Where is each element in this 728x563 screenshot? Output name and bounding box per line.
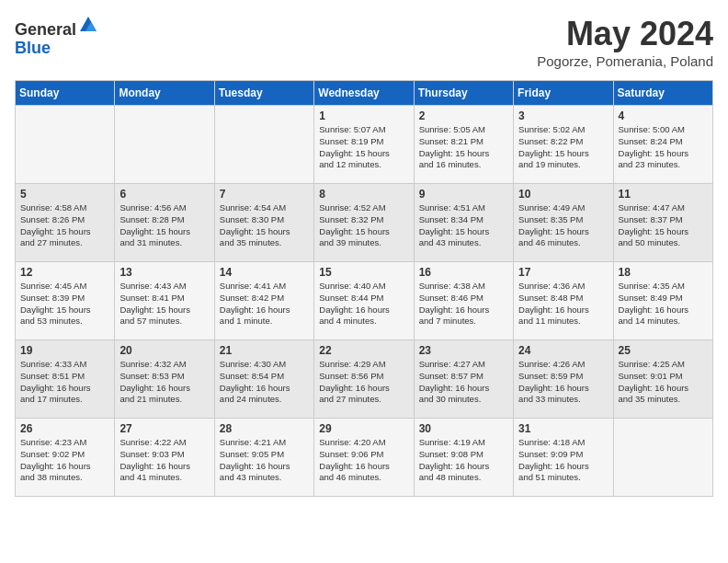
day-number: 12 [20, 266, 109, 279]
day-number: 30 [419, 422, 508, 435]
day-number: 8 [319, 188, 408, 201]
day-info: Sunrise: 4:18 AM Sunset: 9:09 PM Dayligh… [518, 437, 608, 484]
day-number: 2 [419, 109, 508, 122]
day-info: Sunrise: 4:19 AM Sunset: 9:08 PM Dayligh… [419, 437, 508, 484]
logo-general: General [15, 20, 76, 39]
day-number: 21 [220, 344, 309, 357]
weekday-header-saturday: Saturday [613, 81, 712, 106]
calendar-cell: 31Sunrise: 4:18 AM Sunset: 9:09 PM Dayli… [514, 419, 613, 497]
day-number: 11 [619, 188, 708, 201]
calendar-cell: 21Sunrise: 4:30 AM Sunset: 8:54 PM Dayli… [214, 340, 313, 419]
day-number: 15 [319, 266, 408, 279]
day-number: 6 [119, 188, 209, 201]
day-info: Sunrise: 4:29 AM Sunset: 8:56 PM Dayligh… [319, 359, 408, 406]
day-info: Sunrise: 4:36 AM Sunset: 8:48 PM Dayligh… [518, 281, 608, 327]
calendar-table: SundayMondayTuesdayWednesdayThursdayFrid… [15, 80, 713, 497]
day-info: Sunrise: 4:23 AM Sunset: 9:02 PM Dayligh… [20, 437, 109, 484]
logo-blue: Blue [15, 39, 51, 57]
week-row-1: 1Sunrise: 5:07 AM Sunset: 8:19 PM Daylig… [16, 106, 713, 184]
weekday-header-wednesday: Wednesday [314, 81, 414, 106]
day-info: Sunrise: 4:33 AM Sunset: 8:51 PM Dayligh… [20, 359, 109, 406]
day-info: Sunrise: 4:49 AM Sunset: 8:35 PM Dayligh… [518, 202, 608, 249]
day-number: 5 [20, 188, 109, 201]
day-info: Sunrise: 4:40 AM Sunset: 8:44 PM Dayligh… [319, 281, 408, 327]
day-number: 16 [419, 266, 508, 279]
week-row-4: 19Sunrise: 4:33 AM Sunset: 8:51 PM Dayli… [16, 340, 713, 419]
day-info: Sunrise: 4:56 AM Sunset: 8:28 PM Dayligh… [119, 202, 209, 249]
weekday-header-tuesday: Tuesday [214, 81, 313, 106]
calendar-cell: 15Sunrise: 4:40 AM Sunset: 8:44 PM Dayli… [314, 262, 414, 340]
calendar-cell: 6Sunrise: 4:56 AM Sunset: 8:28 PM Daylig… [115, 184, 214, 262]
calendar-cell: 13Sunrise: 4:43 AM Sunset: 8:41 PM Dayli… [115, 262, 214, 340]
day-info: Sunrise: 5:05 AM Sunset: 8:21 PM Dayligh… [419, 124, 508, 171]
day-info: Sunrise: 4:52 AM Sunset: 8:32 PM Dayligh… [319, 202, 408, 249]
day-number: 27 [119, 422, 209, 435]
logo: General Blue [15, 15, 98, 58]
calendar-cell: 20Sunrise: 4:32 AM Sunset: 8:53 PM Dayli… [115, 340, 214, 419]
day-number: 1 [319, 109, 408, 122]
day-info: Sunrise: 4:41 AM Sunset: 8:42 PM Dayligh… [220, 281, 309, 327]
day-number: 13 [119, 266, 209, 279]
calendar-cell: 5Sunrise: 4:58 AM Sunset: 8:26 PM Daylig… [16, 184, 115, 262]
day-info: Sunrise: 4:26 AM Sunset: 8:59 PM Dayligh… [518, 359, 608, 406]
week-row-5: 26Sunrise: 4:23 AM Sunset: 9:02 PM Dayli… [16, 419, 713, 497]
day-number: 29 [319, 422, 408, 435]
day-info: Sunrise: 4:45 AM Sunset: 8:39 PM Dayligh… [20, 281, 109, 327]
weekday-header-thursday: Thursday [414, 81, 513, 106]
calendar-cell: 24Sunrise: 4:26 AM Sunset: 8:59 PM Dayli… [514, 340, 613, 419]
day-number: 26 [20, 422, 109, 435]
month-title: May 2024 [537, 15, 713, 53]
logo-icon [78, 15, 98, 35]
calendar-cell: 18Sunrise: 4:35 AM Sunset: 8:49 PM Dayli… [613, 262, 712, 340]
location: Pogorze, Pomerania, Poland [537, 53, 713, 69]
day-number: 4 [619, 109, 708, 122]
calendar-cell: 2Sunrise: 5:05 AM Sunset: 8:21 PM Daylig… [414, 106, 513, 184]
calendar-cell: 12Sunrise: 4:45 AM Sunset: 8:39 PM Dayli… [16, 262, 115, 340]
calendar-cell: 14Sunrise: 4:41 AM Sunset: 8:42 PM Dayli… [214, 262, 313, 340]
day-info: Sunrise: 4:58 AM Sunset: 8:26 PM Dayligh… [20, 202, 109, 249]
calendar-cell: 25Sunrise: 4:25 AM Sunset: 9:01 PM Dayli… [613, 340, 712, 419]
weekday-header-row: SundayMondayTuesdayWednesdayThursdayFrid… [16, 81, 713, 106]
page-header: General Blue May 2024 Pogorze, Pomerania… [15, 15, 713, 69]
calendar-cell: 10Sunrise: 4:49 AM Sunset: 8:35 PM Dayli… [514, 184, 613, 262]
day-info: Sunrise: 5:07 AM Sunset: 8:19 PM Dayligh… [319, 124, 408, 171]
day-info: Sunrise: 4:30 AM Sunset: 8:54 PM Dayligh… [220, 359, 309, 406]
calendar-cell: 17Sunrise: 4:36 AM Sunset: 8:48 PM Dayli… [514, 262, 613, 340]
day-number: 10 [518, 188, 608, 201]
day-info: Sunrise: 5:00 AM Sunset: 8:24 PM Dayligh… [619, 124, 708, 171]
calendar-cell: 29Sunrise: 4:20 AM Sunset: 9:06 PM Dayli… [314, 419, 414, 497]
calendar-cell: 16Sunrise: 4:38 AM Sunset: 8:46 PM Dayli… [414, 262, 513, 340]
calendar-cell [214, 106, 313, 184]
day-number: 18 [619, 266, 708, 279]
weekday-header-sunday: Sunday [16, 81, 115, 106]
day-info: Sunrise: 4:20 AM Sunset: 9:06 PM Dayligh… [319, 437, 408, 484]
day-info: Sunrise: 4:43 AM Sunset: 8:41 PM Dayligh… [119, 281, 209, 327]
calendar-cell: 9Sunrise: 4:51 AM Sunset: 8:34 PM Daylig… [414, 184, 513, 262]
day-number: 22 [319, 344, 408, 357]
day-number: 9 [419, 188, 508, 201]
day-number: 28 [220, 422, 309, 435]
day-number: 14 [220, 266, 309, 279]
calendar-cell [613, 419, 712, 497]
day-info: Sunrise: 4:38 AM Sunset: 8:46 PM Dayligh… [419, 281, 508, 327]
calendar-cell: 4Sunrise: 5:00 AM Sunset: 8:24 PM Daylig… [613, 106, 712, 184]
day-info: Sunrise: 4:47 AM Sunset: 8:37 PM Dayligh… [619, 202, 708, 249]
day-info: Sunrise: 4:22 AM Sunset: 9:03 PM Dayligh… [119, 437, 209, 484]
day-info: Sunrise: 4:54 AM Sunset: 8:30 PM Dayligh… [220, 202, 309, 249]
calendar-cell: 27Sunrise: 4:22 AM Sunset: 9:03 PM Dayli… [115, 419, 214, 497]
calendar-cell: 11Sunrise: 4:47 AM Sunset: 8:37 PM Dayli… [613, 184, 712, 262]
weekday-header-monday: Monday [115, 81, 214, 106]
week-row-3: 12Sunrise: 4:45 AM Sunset: 8:39 PM Dayli… [16, 262, 713, 340]
calendar-cell: 8Sunrise: 4:52 AM Sunset: 8:32 PM Daylig… [314, 184, 414, 262]
day-number: 23 [419, 344, 508, 357]
day-info: Sunrise: 4:25 AM Sunset: 9:01 PM Dayligh… [619, 359, 708, 406]
day-info: Sunrise: 4:51 AM Sunset: 8:34 PM Dayligh… [419, 202, 508, 249]
day-number: 7 [220, 188, 309, 201]
day-number: 20 [119, 344, 209, 357]
calendar-cell: 3Sunrise: 5:02 AM Sunset: 8:22 PM Daylig… [514, 106, 613, 184]
day-number: 19 [20, 344, 109, 357]
calendar-cell [115, 106, 214, 184]
day-info: Sunrise: 4:27 AM Sunset: 8:57 PM Dayligh… [419, 359, 508, 406]
calendar-cell: 26Sunrise: 4:23 AM Sunset: 9:02 PM Dayli… [16, 419, 115, 497]
week-row-2: 5Sunrise: 4:58 AM Sunset: 8:26 PM Daylig… [16, 184, 713, 262]
